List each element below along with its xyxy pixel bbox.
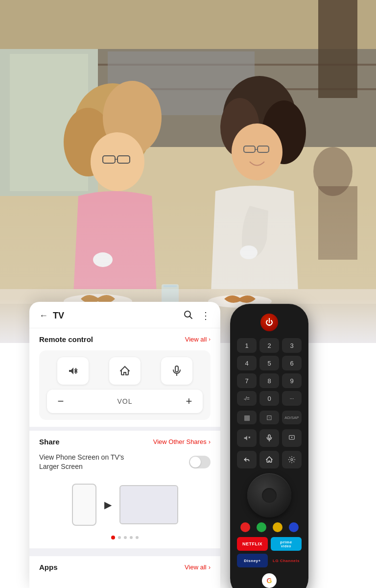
volume-control: − VOL + — [47, 390, 203, 413]
view-other-shares-link[interactable]: View Other Shares › — [153, 438, 211, 445]
svg-point-47 — [291, 437, 293, 438]
vol-label: VOL — [74, 397, 175, 405]
empty-space-2 — [284, 574, 298, 588]
blue-button[interactable] — [289, 522, 299, 532]
page-title: TV — [53, 311, 64, 321]
mute-remote-button[interactable] — [237, 429, 257, 447]
scroll-wheel[interactable] — [247, 473, 291, 517]
home-remote-button[interactable] — [259, 451, 279, 468]
section-divider-2 — [29, 548, 220, 552]
input-button[interactable]: ⊡ — [259, 411, 279, 424]
mic-remote-button[interactable] — [259, 429, 279, 447]
svg-line-36 — [190, 316, 192, 318]
volume-down-button[interactable]: − — [47, 390, 74, 413]
power-button[interactable]: ⏻ — [260, 314, 278, 331]
share-toggle-row: View Phone Screen on TV's Larger Screen — [39, 453, 211, 472]
dot-1 — [111, 536, 115, 539]
view-other-text: View Other Shares — [153, 438, 207, 445]
lg-remote-device: ⏻ 1 2 3 4 5 6 7 8 9 -/= 0 ··· — [220, 304, 318, 588]
remote-icon-row — [47, 357, 203, 385]
num-0[interactable]: 0 — [259, 391, 279, 406]
channel-remote-button[interactable] — [282, 429, 302, 447]
svg-rect-9 — [318, 0, 357, 98]
chevron-right-icon: › — [209, 336, 211, 342]
header-left: ← TV — [39, 311, 64, 321]
apps-view-all-link[interactable]: View all › — [185, 564, 211, 571]
lg-channels-button[interactable]: LG Channels — [271, 554, 302, 567]
section-header-share: Share View Other Shares › — [39, 438, 211, 446]
red-button[interactable] — [240, 522, 250, 532]
phone-ui-panel: ← TV ⋮ Remote control — [29, 302, 220, 588]
mic-button[interactable] — [161, 357, 192, 385]
toggle-knob — [190, 457, 201, 467]
scroll-wheel-area — [237, 473, 302, 517]
green-button[interactable] — [257, 522, 266, 532]
dot-5 — [136, 536, 139, 539]
google-assistant-button[interactable]: G — [262, 573, 277, 588]
num-7[interactable]: 7 — [237, 373, 257, 388]
mute-button[interactable] — [57, 357, 89, 385]
share-section-title: Share — [39, 438, 60, 446]
share-section: Share View Other Shares › View Phone Scr… — [29, 431, 220, 548]
home-back-row — [237, 451, 302, 468]
back-button[interactable]: ← — [39, 311, 48, 321]
phone-header: ← TV ⋮ — [29, 302, 220, 328]
dot-2 — [118, 536, 121, 539]
hero-photo — [0, 0, 376, 343]
num-1[interactable]: 1 — [237, 338, 257, 353]
num-5[interactable]: 5 — [259, 356, 279, 370]
section-header-remote: Remote control View all › — [39, 335, 211, 343]
back-remote-button[interactable] — [237, 451, 257, 468]
header-right: ⋮ — [183, 310, 211, 322]
phone-icon-graphic — [72, 484, 96, 526]
carousel-dots — [39, 531, 211, 541]
page: ← TV ⋮ Remote control — [0, 0, 376, 588]
volume-up-button[interactable]: + — [175, 390, 203, 413]
apps-section-title: Apps — [39, 563, 58, 571]
prime-video-button[interactable]: prime video — [271, 537, 302, 551]
num-dash[interactable]: -/= — [237, 391, 257, 406]
search-icon[interactable] — [183, 310, 193, 322]
section-header-apps: Apps View all › — [39, 563, 211, 571]
share-label-text: View Phone Screen on TV's Larger Screen — [39, 453, 137, 472]
num-dots[interactable]: ··· — [282, 391, 302, 406]
num-3[interactable]: 3 — [282, 338, 302, 353]
num-2[interactable]: 2 — [259, 338, 279, 353]
svg-rect-40 — [175, 366, 178, 372]
num-4[interactable]: 4 — [237, 356, 257, 370]
num-9[interactable]: 9 — [282, 373, 302, 388]
settings-remote-button[interactable] — [282, 451, 302, 468]
remote-control-section: Remote control View all › — [29, 328, 220, 427]
apps-view-all-text: View all — [185, 564, 207, 571]
tv-icon-graphic — [119, 485, 178, 524]
scroll-center-button[interactable] — [262, 488, 277, 503]
svg-point-21 — [232, 123, 282, 180]
power-button-row: ⏻ — [237, 314, 302, 331]
hero-image-area — [0, 0, 376, 343]
view-all-text: View all — [185, 336, 207, 343]
num-6[interactable]: 6 — [282, 356, 302, 370]
streaming-buttons-row: NETFLIX prime video — [237, 537, 302, 551]
yellow-button[interactable] — [273, 522, 282, 532]
chevron-right-apps-icon: › — [209, 564, 211, 571]
num-8[interactable]: 8 — [259, 373, 279, 388]
home-button[interactable] — [109, 357, 141, 385]
list-button[interactable]: ▦ — [237, 411, 257, 424]
ad-sap-button[interactable]: AD/SAP — [282, 411, 302, 424]
apps-section: Apps View all › — [29, 552, 220, 588]
chevron-right-share-icon: › — [209, 438, 211, 445]
arrow-right-icon: ▶ — [104, 499, 112, 511]
disney-plus-button[interactable]: Disney+ — [237, 554, 268, 567]
screen-share-graphic: ▶ — [39, 479, 211, 531]
more-options-icon[interactable]: ⋮ — [201, 310, 211, 321]
svg-rect-44 — [268, 435, 270, 439]
netflix-button[interactable]: NETFLIX — [237, 537, 268, 551]
remote-section-title: Remote control — [39, 335, 93, 343]
screen-share-toggle[interactable] — [189, 456, 211, 468]
empty-space — [241, 574, 255, 588]
svg-point-48 — [291, 459, 293, 461]
remote-view-all-link[interactable]: View all › — [185, 336, 211, 343]
color-buttons-row — [237, 522, 302, 532]
volume-row: − VOL + — [47, 390, 203, 413]
content-area: ← TV ⋮ Remote control — [0, 323, 376, 588]
